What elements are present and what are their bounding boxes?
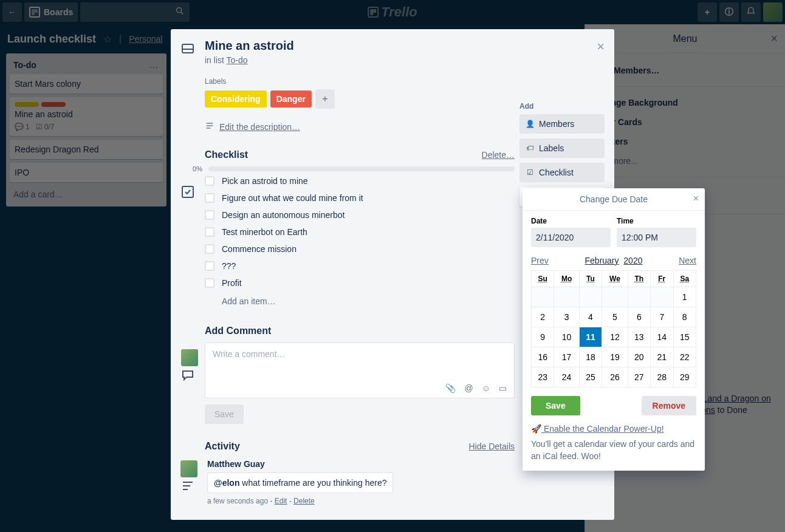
calendar-dow: We: [602, 271, 628, 287]
calendar-day[interactable]: 18: [579, 347, 602, 367]
calendar-next[interactable]: Next: [679, 256, 696, 265]
checklist-item-text: Pick an astroid to mine: [222, 176, 308, 186]
calendar-day[interactable]: 25: [579, 367, 602, 387]
calendar-day[interactable]: 15: [673, 327, 696, 347]
activity-comment: @elon what timeframe are you thinking he…: [207, 472, 393, 493]
checklist-item-text: Test minerbot on Earth: [222, 227, 307, 237]
delete-checklist[interactable]: Delete…: [482, 150, 515, 160]
calendar-day[interactable]: 14: [651, 327, 673, 347]
activity-title: Activity: [205, 441, 240, 452]
checkbox[interactable]: [205, 278, 214, 288]
date-input[interactable]: [531, 228, 611, 247]
checklist-item[interactable]: Figure out what we could mine from it: [205, 189, 515, 206]
checkbox[interactable]: [205, 244, 214, 254]
calendar-dow: Sa: [673, 271, 696, 287]
close-icon[interactable]: ×: [597, 39, 605, 55]
checklist-item[interactable]: ???: [205, 257, 515, 275]
calendar-day[interactable]: 21: [651, 347, 673, 367]
checkbox[interactable]: [205, 261, 214, 271]
check-icon: ☑: [526, 168, 534, 177]
checkbox[interactable]: [205, 227, 214, 237]
checklist-icon: [180, 185, 195, 202]
progress-percent: 0%: [187, 165, 202, 172]
add-label-button[interactable]: +: [315, 89, 335, 109]
calendar-day[interactable]: 2: [532, 307, 554, 327]
calendar-day[interactable]: 20: [628, 347, 650, 367]
calendar-powerup-link[interactable]: Enable the Calendar Power-Up!: [541, 424, 664, 434]
powerup-description: You'll get a calendar view of your cards…: [531, 438, 696, 462]
card-list-location: in list To-do: [205, 55, 515, 65]
checkbox[interactable]: [205, 210, 214, 220]
calendar-day[interactable]: 6: [628, 307, 650, 327]
checklist-item[interactable]: Pick an astroid to mine: [205, 172, 515, 189]
edit-description[interactable]: Edit the description…: [205, 121, 515, 132]
calendar-day[interactable]: 29: [673, 367, 696, 387]
calendar-day[interactable]: 28: [651, 367, 673, 387]
calendar-day[interactable]: 10: [554, 327, 579, 347]
calendar: SuMoTuWeThFrSa 1234567891011121314151617…: [531, 270, 696, 387]
calendar-month[interactable]: February: [585, 256, 619, 265]
delete-comment[interactable]: Delete: [293, 497, 315, 505]
calendar-day[interactable]: 19: [602, 347, 628, 367]
checklist-item[interactable]: Design an autonomous minerbot: [205, 206, 515, 223]
calendar-day[interactable]: 23: [532, 367, 554, 387]
add-checklist-item[interactable]: Add an item…: [205, 292, 515, 311]
emoji-icon[interactable]: ☺: [482, 383, 490, 393]
popover-close-icon[interactable]: ×: [693, 193, 699, 204]
calendar-day[interactable]: 12: [602, 327, 628, 347]
calendar-day[interactable]: 17: [554, 347, 579, 367]
mention-icon[interactable]: @: [464, 383, 473, 393]
activity-entry: Matthew Guay @elon what timeframe are yo…: [205, 459, 515, 505]
card-icon[interactable]: ▭: [499, 383, 507, 393]
calendar-day[interactable]: 13: [628, 327, 650, 347]
card-title[interactable]: Mine an astroid: [205, 39, 515, 53]
calendar-day[interactable]: 26: [602, 367, 628, 387]
time-input[interactable]: [617, 228, 696, 247]
calendar-day: [602, 287, 628, 307]
calendar-day[interactable]: 9: [532, 327, 554, 347]
checklist-item-text: Figure out what we could mine from it: [222, 193, 363, 203]
calendar-day[interactable]: 3: [554, 307, 579, 327]
remove-date-button[interactable]: Remove: [642, 396, 696, 415]
calendar-prev[interactable]: Prev: [531, 256, 549, 265]
calendar-day[interactable]: 5: [602, 307, 628, 327]
plus-icon: +: [322, 94, 327, 104]
calendar-dow: Fr: [651, 271, 673, 287]
calendar-day[interactable]: 4: [579, 307, 602, 327]
calendar-day[interactable]: 7: [651, 307, 673, 327]
label-considering[interactable]: Considering: [205, 90, 267, 107]
checklist-item[interactable]: Commence mission: [205, 240, 515, 257]
save-date-button[interactable]: Save: [531, 396, 580, 415]
date-label: Date: [531, 217, 611, 225]
calendar-day[interactable]: 24: [554, 367, 579, 387]
comment-input[interactable]: [205, 343, 514, 377]
calendar-dow: Th: [628, 271, 650, 287]
save-comment-button[interactable]: Save: [205, 404, 244, 424]
user-avatar: [181, 349, 198, 366]
calendar-year[interactable]: 2020: [623, 256, 642, 265]
calendar-day[interactable]: 22: [673, 347, 696, 367]
labels-header: Labels: [205, 77, 515, 86]
card-icon: [180, 41, 195, 58]
checklist-item[interactable]: Profit: [205, 275, 515, 292]
checklist-item-text: Commence mission: [222, 244, 297, 254]
checklist-item-text: ???: [222, 261, 236, 271]
calendar-day[interactable]: 27: [628, 367, 650, 387]
checklist-item[interactable]: Test minerbot on Earth: [205, 223, 515, 240]
attachment-icon[interactable]: 📎: [445, 383, 456, 393]
hide-details[interactable]: Hide Details: [469, 442, 515, 451]
calendar-day[interactable]: 11: [579, 327, 602, 347]
label-danger[interactable]: Danger: [270, 90, 312, 107]
checkbox[interactable]: [205, 176, 214, 186]
checkbox[interactable]: [205, 193, 214, 203]
calendar-day: [579, 287, 602, 307]
activity-author: Matthew Guay: [207, 459, 515, 469]
calendar-day[interactable]: 1: [673, 287, 696, 307]
calendar-dow: Mo: [554, 271, 579, 287]
calendar-day[interactable]: 8: [673, 307, 696, 327]
edit-comment[interactable]: Edit: [275, 497, 287, 505]
sidebar-labels[interactable]: 🏷Labels: [519, 138, 605, 158]
sidebar-checklist[interactable]: ☑Checklist: [519, 163, 605, 182]
calendar-day[interactable]: 16: [532, 347, 554, 367]
sidebar-members[interactable]: 👤Members: [519, 114, 605, 134]
